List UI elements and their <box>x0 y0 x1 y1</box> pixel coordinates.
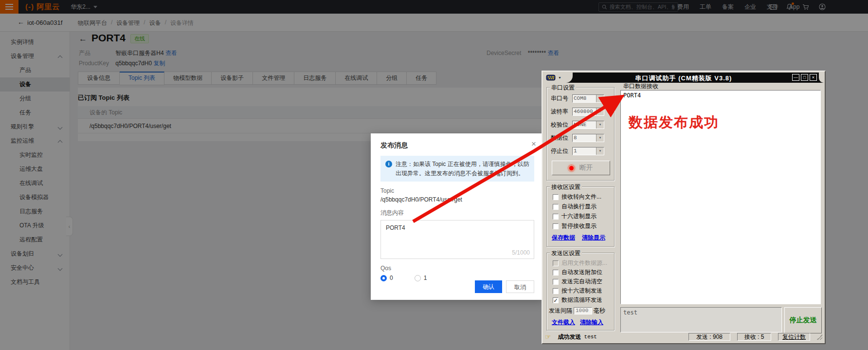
annotation-text: 数据发布成功 <box>629 113 719 132</box>
load-file-link[interactable]: 文件载入 <box>552 318 575 327</box>
port-number-row: 串口号 COM8▼ <box>551 94 604 103</box>
message-content-textarea[interactable]: PORT4 5/1000 <box>380 220 534 259</box>
hand-pointer-icon: ☞ <box>545 333 551 341</box>
checkbox-auto-send-append[interactable]: 自动发送附加位 <box>553 268 602 276</box>
checkbox-icon <box>553 204 559 210</box>
chevron-down-icon: ▼ <box>596 95 604 102</box>
status-payload: test <box>584 334 597 340</box>
received-counter: 接收 : 5 <box>737 333 771 341</box>
baud-rate-row: 波特率 460800▼ <box>551 108 604 116</box>
checkbox-hex-display[interactable]: 十六进制显示 <box>553 212 597 221</box>
chevron-down-icon: ▼ <box>596 108 604 115</box>
port-settings-group: 串口设置 串口号 COM8▼ 波特率 460800▼ 校验位 NONE▼ 数据位… <box>546 87 615 181</box>
topic-value: /q5bbqqc7dH0/PORT4/user/get <box>380 196 534 203</box>
serial-debug-window: ▼ 串口调试助手 (CM精装版 V3.8) — □ × 串口设置 串口号 COM… <box>542 71 826 344</box>
modal-title: 发布消息 <box>380 141 534 150</box>
checkbox-clear-after-send[interactable]: 发送完自动清空 <box>553 277 602 286</box>
baud-rate-select[interactable]: 460800▼ <box>572 108 604 116</box>
checkbox-icon <box>553 214 559 220</box>
char-counter: 5/1000 <box>512 249 530 256</box>
chevron-down-icon: ▼ <box>596 121 604 129</box>
close-button[interactable]: × <box>810 74 817 81</box>
port-number-select[interactable]: COM8▼ <box>572 94 604 103</box>
serial-status-bar: ☞ 成功发送 test 发送 : 908 接收 : 5 复位计数 <box>545 332 822 341</box>
stop-send-button[interactable]: 停止发送 <box>784 307 822 333</box>
stop-bits-row: 停止位 1▼ <box>551 147 604 155</box>
confirm-button[interactable]: 确认 <box>475 280 502 293</box>
status-message: 成功发送 <box>558 333 581 341</box>
checkbox-send-as-hex[interactable]: 按十六进制发送 <box>553 287 602 295</box>
save-data-link[interactable]: 保存数据 <box>552 234 575 242</box>
qos-0-radio[interactable]: 0 <box>380 275 393 281</box>
checkbox-auto-wrap[interactable]: 自动换行显示 <box>553 203 597 211</box>
receive-settings-group: 接收区设置 接收转向文件... 自动换行显示 十六进制显示 暂停接收显示 保存数… <box>546 186 615 247</box>
publish-message-modal: 发布消息 × i 注意：如果该 Topic 正在被使用，请谨慎操作，以防出现异常… <box>371 133 544 300</box>
disconnect-button[interactable]: 断开 <box>552 161 610 175</box>
cancel-button[interactable]: 取消 <box>506 280 534 293</box>
stop-bits-select[interactable]: 1▼ <box>572 147 604 155</box>
checkbox-icon <box>553 279 559 285</box>
checkbox-icon <box>553 194 559 200</box>
serial-window-title: 串口调试助手 (CM精装版 V3.8) <box>543 74 824 83</box>
parity-row: 校验位 NONE▼ <box>551 121 604 129</box>
checkbox-pause-receive[interactable]: 暂停接收显示 <box>553 222 597 230</box>
close-icon[interactable]: × <box>531 139 536 149</box>
resize-grip[interactable] <box>817 334 822 340</box>
checkbox-icon <box>553 223 559 229</box>
parity-select[interactable]: NONE▼ <box>572 121 604 129</box>
checkbox-loop-send[interactable]: ✓数据流循环发送 <box>553 296 602 304</box>
clear-display-link[interactable]: 清除显示 <box>582 234 605 242</box>
reset-counter-button[interactable]: 复位计数 <box>778 333 810 341</box>
info-icon: i <box>385 161 392 167</box>
checkbox-icon <box>553 288 559 294</box>
minimize-button[interactable]: — <box>792 74 799 81</box>
topic-label: Topic <box>380 187 534 194</box>
serial-title-bar[interactable]: ▼ 串口调试助手 (CM精装版 V3.8) — □ × <box>543 73 824 83</box>
radio-icon <box>415 275 421 281</box>
chevron-down-icon: ▼ <box>596 147 604 155</box>
qos-label: Qos <box>380 265 534 272</box>
send-interval-input[interactable]: 1000 <box>574 307 592 314</box>
checkbox-file-data-source: 启用文件数据源... <box>553 259 607 267</box>
sent-counter: 发送 : 908 <box>688 333 730 341</box>
checkbox-icon <box>553 270 559 276</box>
receive-area-label: 串口数据接收 <box>623 82 658 91</box>
message-content-label: 消息内容 <box>380 209 534 217</box>
chevron-down-icon: ▼ <box>596 134 604 142</box>
checkbox-checked-icon: ✓ <box>553 297 559 303</box>
send-textarea[interactable]: test <box>620 307 782 332</box>
qos-1-radio[interactable]: 1 <box>415 275 427 281</box>
data-bits-select[interactable]: 8▼ <box>572 134 604 142</box>
radio-selected-icon <box>380 275 387 281</box>
checkbox-icon <box>553 260 559 266</box>
maximize-button[interactable]: □ <box>801 74 808 81</box>
clear-input-link[interactable]: 清除输入 <box>580 318 603 327</box>
data-bits-row: 数据位 8▼ <box>551 134 604 142</box>
checkbox-receive-to-file[interactable]: 接收转向文件... <box>553 193 601 201</box>
connection-led-icon <box>569 166 574 170</box>
send-interval-row: 发送间隔 1000 毫秒 <box>549 307 605 315</box>
send-settings-group: 发送区设置 启用文件数据源... 自动发送附加位 发送完自动清空 按十六进制发送… <box>546 253 615 331</box>
screen: (-) 阿里云 华东2... 搜索文档、控制台、API、解 费用 工单 备案 企… <box>0 0 868 350</box>
modal-notice: i 注意：如果该 Topic 正在被使用，请谨慎操作，以防出现异常。这里发布的消… <box>380 156 534 182</box>
